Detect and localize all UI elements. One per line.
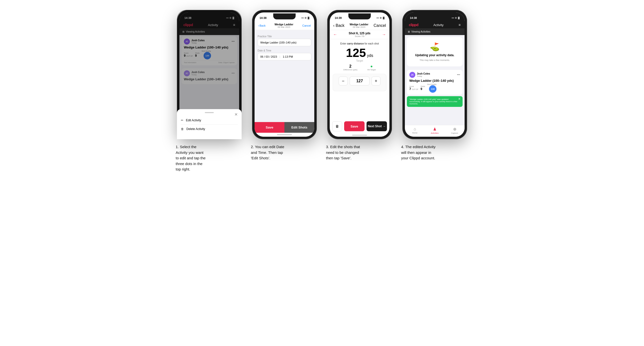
bottom-sheet-1: ✕ ✏ Edit Activity 🗑 Delete Activity	[180, 109, 239, 137]
next-shot-arrow[interactable]: →	[382, 32, 386, 37]
updating-sub-4: This may take a few moments.	[420, 59, 450, 61]
date-time-row-2[interactable]: 06 / 03 / 2023 | 1:13 PM	[258, 53, 311, 60]
score-value-4: 7	[409, 87, 411, 91]
screen-3: 14:39 ▪▪▪ ⊙ ▓ ‹ Back Wedge Ladder 06 Mar…	[330, 12, 390, 137]
activity-card-4[interactable]: JC Josh Coles Today ••• Wedge Ladder (10…	[407, 70, 462, 95]
shot-center-3: Wedge Ladder 06 Mar 2023	[350, 23, 368, 28]
card-title-4: Wedge Ladder (100–140 yds)	[409, 79, 460, 83]
phone-4: 14:38 ▪▪▪ ⊙ ▓ clippd Activity ≡ ⊞ Viewin…	[402, 10, 467, 139]
difference-metric: 2 Difference (yds)	[344, 64, 357, 71]
date-value-2: 06 / 03 / 2023	[260, 55, 277, 58]
logo-4: clippd	[409, 23, 418, 27]
caption-2: 2. You can edit Dateand Time. Then tap'E…	[251, 144, 318, 161]
tab-capture-4[interactable]: ⊕ Capture	[445, 127, 464, 134]
bottom-buttons-2: Save Edit Shots	[254, 122, 314, 133]
wifi-icon-3: ⊙	[380, 17, 382, 19]
back-button-3[interactable]: ‹ Back	[333, 23, 344, 28]
time-value-2: 1:13 PM	[283, 55, 293, 58]
save-shot-button-3[interactable]: Save	[344, 121, 364, 131]
edit-shots-button-2[interactable]: Edit Shots	[284, 122, 314, 133]
next-arrow-icon: →	[383, 125, 386, 128]
quality-badge-4: 118	[429, 85, 436, 93]
user-info-4: Josh Coles Today	[417, 72, 430, 77]
center-title-2: Wedge Ladder	[274, 23, 294, 26]
success-toast-4: ✕ "Wedge Ladder (100-140 yds)" was updat…	[407, 96, 462, 107]
decrement-button-3[interactable]: −	[339, 77, 348, 86]
caption-3: 3. Edit the shots thatneed to be changed…	[326, 144, 393, 161]
increment-button-3[interactable]: +	[372, 77, 380, 86]
target-label-3: Target	[333, 59, 386, 62]
phone-column-3: 14:39 ▪▪▪ ⊙ ▓ ‹ Back Wedge Ladder 06 Mar…	[326, 10, 393, 161]
phone-1: 14:38 ▪▪▪ ⊙ ▓ clippd Activity ≡ ⊞ View	[177, 10, 242, 139]
status-icons-4: ▪▪▪ ⊙ ▓	[452, 17, 460, 19]
status-icons-2: ▪▪▪ ⊙ ▓	[301, 17, 309, 19]
filter-icon-4: ⊞	[408, 30, 410, 33]
phone-column-1: 14:38 ▪▪▪ ⊙ ▓ clippd Activity ≡ ⊞ View	[176, 10, 243, 172]
score-stat-4: Score 7 OUT OF	[409, 86, 418, 91]
time-4: 14:38	[410, 16, 417, 19]
shot-title-3: Wedge Ladder	[350, 23, 368, 26]
card-stats-4: Score 7 OUT OF Shots 9	[409, 84, 460, 93]
screen-1: 14:38 ▪▪▪ ⊙ ▓ clippd Activity ≡ ⊞ View	[180, 12, 239, 137]
wifi-icon-2: ⊙	[304, 17, 306, 19]
three-dots-4[interactable]: •••	[457, 73, 460, 77]
card-user-4: JC Josh Coles Today	[409, 72, 430, 78]
tab-activities-4[interactable]: ♟ Activities	[425, 127, 445, 134]
caption-4: 4. The edited Activitywill then appear i…	[401, 144, 468, 161]
tab-home-4[interactable]: ⌂ Home	[405, 127, 425, 134]
signal-icon-3: ▪▪▪	[376, 17, 379, 19]
shots-stat-4: Shots 9	[420, 86, 425, 91]
shot-date-3: 06 Mar 2023	[350, 26, 368, 28]
next-shot-button-3[interactable]: Next Shot →	[366, 121, 387, 131]
save-button-2[interactable]: Save	[254, 122, 284, 133]
edit-label: Edit Activity	[186, 119, 201, 122]
yds-unit-3: yds	[366, 53, 373, 58]
shot-distance-3: 125 yds	[333, 47, 386, 59]
practice-input-2[interactable]	[258, 39, 311, 46]
user-date-4: Today	[417, 75, 430, 77]
date-separator-2: |	[280, 55, 280, 58]
sheet-handle-1	[205, 112, 214, 113]
wifi-icon-4: ⊙	[455, 17, 457, 19]
delete-activity-item[interactable]: 🗑 Delete Activity	[181, 125, 238, 133]
phone-3: 14:39 ▪▪▪ ⊙ ▓ ‹ Back Wedge Ladder 06 Mar…	[327, 10, 392, 139]
cancel-button-3[interactable]: Cancel	[374, 23, 386, 28]
home-label-4: Home	[412, 132, 417, 134]
nav-title-4: Activity	[433, 23, 444, 27]
time-2: 14:38	[260, 16, 266, 19]
delete-label: Delete Activity	[186, 127, 205, 131]
prev-shot-arrow[interactable]: ←	[333, 32, 337, 37]
toast-close-4[interactable]: ✕	[458, 97, 460, 101]
activities-icon-4: ♟	[433, 127, 436, 132]
toast-message-4: "Wedge Ladder (100-140 yds)" was updated…	[409, 98, 457, 105]
phone-column-2: 14:38 ▪▪▪ ⊙ ▓ ‹ Back Wedge Ladder 06 Mar…	[251, 10, 318, 161]
cancel-button-2[interactable]: Cancel	[302, 24, 311, 27]
status-icons-3: ▪▪▪ ⊙ ▓	[376, 17, 384, 19]
shot-value-input-3[interactable]	[350, 77, 370, 86]
shot-bottom-buttons-3: 🗑 Save Next Shot →	[330, 121, 390, 134]
phone-column-4: 14:38 ▪▪▪ ⊙ ▓ clippd Activity ≡ ⊞ Viewin…	[401, 10, 468, 161]
screen-2: 14:38 ▪▪▪ ⊙ ▓ ‹ Back Wedge Ladder 06 Mar…	[254, 12, 314, 137]
updating-title-4: Updating your activity data.	[415, 53, 454, 57]
tab-bar-4: ⌂ Home ♟ Activities ⊕ Capture	[405, 125, 464, 137]
time-3: 14:39	[335, 16, 342, 19]
shot-top-bar-3: ‹ Back Wedge Ladder 06 Mar 2023 Cancel	[330, 21, 390, 30]
home-icon-4: ⌂	[414, 127, 416, 131]
sheet-close-1[interactable]: ✕	[234, 112, 238, 117]
edit-activity-item[interactable]: ✏ Edit Activity	[181, 116, 238, 125]
shot-metrics-3: 2 Difference (yds) ● Hit Target	[333, 64, 386, 71]
battery-icon-2: ▓	[308, 17, 309, 19]
viewing-label-4: Viewing Activities	[411, 30, 430, 33]
avatar-4: JC	[409, 72, 415, 78]
shot-screen-3: Enter carry distance for each shot 125 y…	[330, 39, 390, 121]
trash-button-3[interactable]: 🗑	[332, 121, 342, 131]
shot-instruction-3: Enter carry distance for each shot	[333, 42, 386, 45]
caption-1: 1. Select theActivity you wantto edit an…	[176, 144, 243, 172]
nav-bar-4: clippd Activity ≡	[405, 21, 464, 28]
back-button-2[interactable]: ‹ Back	[258, 24, 266, 27]
menu-icon-4[interactable]: ≡	[458, 23, 460, 27]
signal-icon-4: ▪▪▪	[452, 17, 454, 19]
shots-value-4: 9	[420, 87, 425, 91]
updating-section-4: ⛳ Updating your activity data. This may …	[407, 37, 462, 66]
hit-target-icon: ●	[367, 64, 376, 69]
